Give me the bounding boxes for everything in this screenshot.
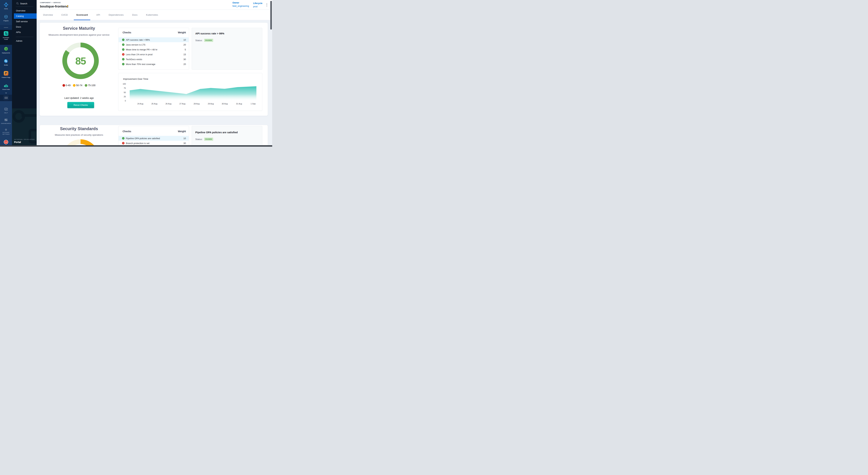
check-weight: 5 <box>185 48 186 51</box>
tab-kubernetes[interactable]: Kubernetes <box>144 10 161 20</box>
gear-icon: ⚙ <box>5 128 7 131</box>
sidebar-item-label: Cloud Costs <box>0 89 12 90</box>
scorecard-content: Service Maturity Measures development be… <box>37 20 272 146</box>
checks-list: ✓Pipeline OPA policies are satisfied10✕B… <box>119 136 189 146</box>
check-row-more-than-70-test-coverage[interactable]: ✓More than 70% test coverage20 <box>119 62 189 66</box>
avatar[interactable]: HM <box>4 140 8 144</box>
primary-sidebar: Home Projects DeveloperPortal ∞ Deployme… <box>0 0 12 147</box>
sidebar-item-account-settings[interactable]: ⚙ ACCOUNTSETTINGS <box>0 128 12 135</box>
x-axis-tick: 26 Aug <box>165 103 172 105</box>
check-name: TechDocs exists <box>126 58 184 61</box>
sidebar-item-label: Feature Flags <box>0 77 12 78</box>
sidebar-item-catalog[interactable]: Catalog <box>14 13 37 19</box>
improvement-area-chart: 100755025024 Aug25 Aug26 Aug27 Aug28 Aug… <box>118 73 262 111</box>
check-row-api-success-rate-99[interactable]: ✓API success rate > 99%10 <box>119 37 189 42</box>
sidebar-divider <box>4 27 8 28</box>
weight-column-header: Weight <box>178 31 186 34</box>
search-label: Search <box>20 2 27 5</box>
chevron-down-icon[interactable] <box>5 93 7 94</box>
check-pass-icon: ✓ <box>122 63 124 65</box>
sidebar-item-overview[interactable]: Overview <box>12 8 37 13</box>
check-row-java-version-is-lts[interactable]: ✓Java version is LTS20 <box>119 42 189 47</box>
tab-dependencies[interactable]: Dependencies <box>106 10 126 20</box>
x-axis-tick: 27 Aug <box>180 103 185 105</box>
check-status-row: Status: PASSED <box>195 39 213 42</box>
legend-dot <box>62 84 65 87</box>
x-axis-tick: 29 Aug <box>208 103 214 105</box>
svg-text:?: ? <box>5 108 6 110</box>
checks-list: ✓API success rate > 99%10✓Java version i… <box>119 37 189 66</box>
legend-dot <box>85 84 87 87</box>
checks-column-header: Checks <box>123 130 131 133</box>
check-detail-title: Pipeline OPA policies are satisfied <box>195 131 238 134</box>
check-detail-panel: Pipeline OPA policies are satisfied Stat… <box>192 126 262 146</box>
sidebar-item-builds[interactable]: Builds <box>0 59 12 66</box>
app-window: Home Projects DeveloperPortal ∞ Deployme… <box>0 0 272 147</box>
check-name: More than 70% test coverage <box>126 63 184 65</box>
tab-docs[interactable]: Docs <box>130 10 140 20</box>
sidebar-item-admin[interactable]: Admin <box>12 38 37 43</box>
lifecycle-value: prod <box>253 5 262 8</box>
module-grid-button[interactable] <box>3 95 9 100</box>
cloud-costs-icon: $ <box>4 84 8 88</box>
builds-icon <box>4 59 8 63</box>
scorecard-title: Security Standards <box>40 126 118 131</box>
sidebar-item-apis[interactable]: APIs <box>12 30 37 35</box>
horizontal-scrollbar[interactable] <box>0 145 272 147</box>
sidebar-item-dashboards[interactable]: DASHBOARDS <box>0 119 12 124</box>
projects-cube-icon <box>4 14 8 19</box>
sidebar-item-feature-flags[interactable]: Feature Flags <box>0 71 12 78</box>
developer-portal-icon <box>4 31 8 36</box>
status-label: Status: <box>195 39 203 42</box>
tab-scorecard[interactable]: Scorecard <box>74 10 90 20</box>
sidebar-item-self-service[interactable]: Self service <box>12 19 37 24</box>
check-weight: 20 <box>184 63 186 65</box>
harness-home-icon <box>4 2 8 7</box>
check-row-techdocs-exists[interactable]: ✓TechDocs exists30 <box>119 57 189 62</box>
vertical-scrollbar-thumb[interactable] <box>270 1 272 30</box>
check-weight: 30 <box>184 142 186 145</box>
check-row-less-than-1-error-in-prod[interactable]: ✕Less than 1% error in prod15 <box>119 52 189 57</box>
status-badge: PASSED <box>204 138 213 141</box>
legend-label: 50-74 <box>76 84 82 87</box>
check-row-mean-time-to-merge-pr-48-hr[interactable]: ✓Mean time to merge PR < 48 hr5 <box>119 47 189 52</box>
sidebar-item-help[interactable]: ? HELP <box>0 108 12 114</box>
lifecycle-meta: Lifecycle prod <box>253 2 262 8</box>
weight-column-header: Weight <box>178 130 186 133</box>
owner-meta[interactable]: Owner field_engineering <box>232 2 249 7</box>
checks-panel-header: Checks Weight <box>123 31 186 34</box>
tab-ci-cd[interactable]: CI/CD <box>59 10 70 20</box>
sidebar-item-label: Deployments <box>0 52 12 54</box>
score-value: 85 <box>75 55 86 67</box>
sidebar-item-deployments[interactable]: ∞ Deployments <box>0 47 12 54</box>
sidebar-item-docs[interactable]: Docs <box>12 24 37 30</box>
check-detail-title: API success rate > 99% <box>195 32 224 35</box>
checks-panel-header: Checks Weight <box>123 130 186 133</box>
rerun-checks-button[interactable]: Rerun Checks <box>67 102 94 108</box>
score-legend: 0-4950-7475-100 <box>40 84 118 87</box>
check-name: Branch protection is set <box>126 142 184 145</box>
check-name: Pipeline OPA policies are satisfied <box>126 137 184 140</box>
sidebar-item-projects[interactable]: Projects <box>0 14 12 22</box>
feature-flags-icon <box>4 71 8 76</box>
check-weight: 20 <box>184 43 186 46</box>
tab-api[interactable]: API <box>94 10 102 20</box>
check-pass-icon: ✓ <box>122 43 124 46</box>
search-input[interactable]: Search <box>16 2 27 5</box>
favorite-star-icon[interactable]: ★ <box>66 4 69 8</box>
x-axis-tick: 25 Aug <box>151 103 157 105</box>
check-name: Less than 1% error in prod <box>126 53 184 56</box>
sidebar-item-home[interactable]: Home <box>0 2 12 10</box>
check-weight: 15 <box>184 53 186 56</box>
owner-value[interactable]: field_engineering <box>232 5 249 7</box>
score-donut: 85 <box>62 42 99 79</box>
page-title: boutique-frontend <box>40 4 68 8</box>
entity-kind-label: COMPONENT — SERVICE <box>40 2 61 3</box>
kebab-menu-icon[interactable] <box>266 3 268 7</box>
y-axis-tick: 0 <box>125 100 126 102</box>
y-axis-tick: 50 <box>124 91 126 93</box>
tab-overview[interactable]: Overview <box>41 10 55 20</box>
sidebar-item-cloud-costs[interactable]: $ Cloud Costs <box>0 84 12 90</box>
sidebar-item-developer-portal[interactable]: DeveloperPortal <box>0 31 12 40</box>
check-row-pipeline-opa-policies-are-satisfied[interactable]: ✓Pipeline OPA policies are satisfied10 <box>119 136 189 141</box>
